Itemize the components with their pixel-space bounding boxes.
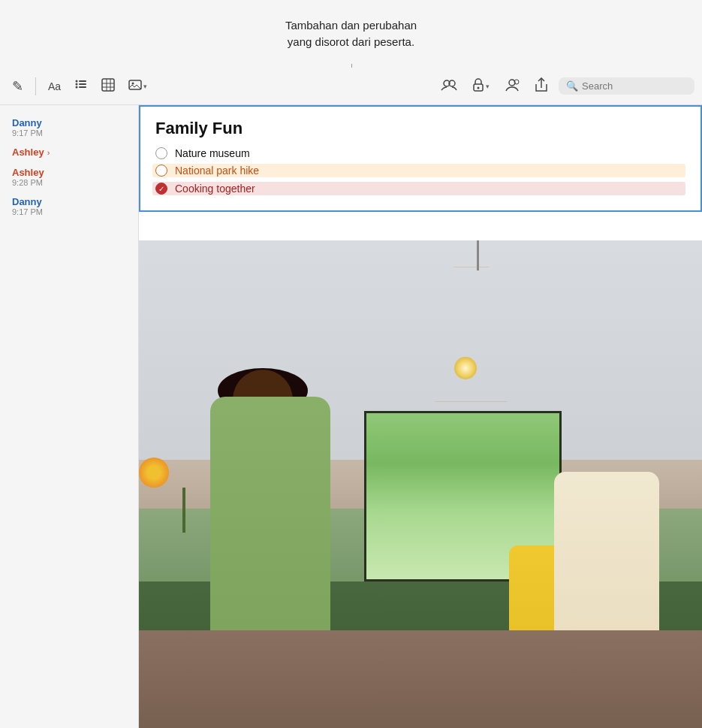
checklist-item-0: Nature museum (155, 147, 685, 159)
svg-point-16 (478, 86, 480, 89)
note-content: Family Fun Nature museum National park h… (139, 105, 702, 212)
list-button[interactable] (70, 74, 92, 98)
toolbar-left: ✎ Aa (8, 74, 152, 98)
sidebar-arrow-right-icon: › (47, 148, 50, 157)
svg-rect-6 (102, 79, 114, 91)
tooltip-line2: yang disorot dari peserta. (288, 35, 414, 48)
checklist-label-1: National park hike (175, 165, 259, 177)
toolbar-separator-1 (35, 77, 36, 95)
flower-head (139, 458, 169, 488)
svg-point-2 (76, 83, 78, 86)
media-dropdown-arrow: ▾ (143, 83, 147, 90)
toolbar: ✎ Aa (0, 68, 702, 105)
svg-rect-1 (79, 80, 86, 82)
table-button[interactable] (97, 75, 119, 98)
checklist-label-0: Nature museum (175, 147, 250, 159)
sidebar-time-danny-2: 9:17 PM (12, 207, 126, 216)
table-icon (101, 78, 115, 95)
main-area: Danny 9:17 PM Ashley › Ashley 9:28 PM Da… (0, 105, 702, 728)
svg-point-0 (76, 80, 78, 83)
share-icon (535, 77, 548, 95)
lock-icon (472, 78, 484, 95)
checklist-label-2: Cooking together (175, 183, 255, 195)
toolbar-right: ▾ 🔍 (436, 74, 694, 99)
tooltip-line1: Tambahan dan perubahan (285, 19, 417, 32)
tooltip-area: Tambahan dan perubahan yang disorot dari… (0, 0, 702, 68)
check-circle-checked-2: ✓ (155, 183, 167, 195)
share-button[interactable] (530, 74, 553, 98)
sidebar-author-danny-1: Danny (12, 117, 126, 128)
checklist: Nature museum National park hike ✓ Cooki… (155, 147, 685, 195)
font-button[interactable]: Aa (44, 77, 65, 95)
checklist-item-2: ✓ Cooking together (152, 182, 685, 195)
lock-dropdown-arrow: ▾ (486, 83, 490, 90)
list-icon (74, 77, 88, 95)
sidebar: Danny 9:17 PM Ashley › Ashley 9:28 PM Da… (0, 105, 139, 728)
flower-stem (182, 488, 185, 533)
svg-rect-3 (79, 83, 86, 85)
check-circle-orange-1 (155, 165, 167, 177)
sidebar-author-ashley-2: Ashley (12, 167, 126, 178)
checklist-item-1: National park hike (152, 164, 685, 177)
sidebar-time-ashley: 9:28 PM (12, 178, 126, 187)
photo-simulation (139, 240, 702, 728)
font-icon: Aa (48, 80, 61, 92)
participants-button[interactable] (500, 74, 524, 98)
flowers-group (139, 458, 229, 533)
sidebar-item-2[interactable]: Ashley 9:28 PM (0, 162, 138, 192)
svg-point-12 (132, 82, 134, 84)
photo-area (139, 240, 702, 728)
check-circle-empty-0 (155, 147, 167, 159)
collab-icon (441, 77, 457, 96)
doc-panel: Family Fun Nature museum National park h… (139, 105, 702, 728)
lock-button[interactable]: ▾ (468, 75, 494, 98)
sidebar-author-ashley-1: Ashley (12, 147, 44, 158)
sidebar-time-1: 9:17 PM (12, 128, 126, 137)
search-input[interactable] (582, 80, 687, 92)
sidebar-ashley-arrow-row: Ashley › (12, 147, 126, 158)
kitchen-counter (139, 630, 702, 728)
collab-button[interactable] (436, 74, 462, 99)
media-button[interactable]: ▾ (124, 75, 152, 98)
search-icon: 🔍 (566, 80, 578, 92)
search-box[interactable]: 🔍 (559, 77, 694, 95)
sidebar-item-0[interactable]: Danny 9:17 PM (0, 113, 138, 142)
sidebar-item-1[interactable]: Ashley › (0, 142, 138, 162)
note-title: Family Fun (155, 119, 685, 138)
media-icon (128, 78, 142, 95)
tooltip-text: Tambahan dan perubahan yang disorot dari… (285, 17, 417, 51)
participants-icon (505, 77, 520, 95)
svg-point-4 (76, 86, 78, 89)
sidebar-author-danny-2: Danny (12, 196, 126, 207)
svg-rect-5 (79, 86, 86, 88)
compose-button[interactable]: ✎ (8, 75, 28, 98)
lamp-cord (477, 240, 479, 270)
sidebar-item-3[interactable]: Danny 9:17 PM (0, 192, 138, 221)
